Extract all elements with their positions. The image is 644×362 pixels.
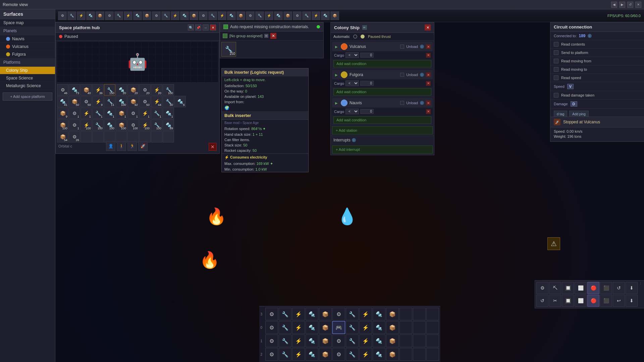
sidebar-item-fulgora[interactable]: Fulgora: [0, 51, 55, 58]
auto-request-checkbox[interactable]: [223, 24, 228, 29]
fulgora-remove-btn[interactable]: ✕: [426, 72, 431, 77]
rt-btn-2[interactable]: ⛏: [549, 282, 561, 294]
orbital-icon-3[interactable]: 🏃: [127, 141, 137, 151]
item-slot-17[interactable]: 📦92: [127, 96, 139, 107]
rt-btn-14[interactable]: ⬛: [600, 295, 612, 307]
rt-btn-7[interactable]: ↺: [613, 282, 625, 294]
hs-2-11[interactable]: [399, 348, 412, 361]
nauvis-play-btn[interactable]: ▶: [334, 101, 339, 105]
colony-ship-close-btn[interactable]: ✕: [425, 24, 431, 31]
hs-3-8[interactable]: ⚡: [359, 308, 372, 320]
rt-btn-9[interactable]: ↺: [536, 295, 548, 307]
topbar-slot-7[interactable]: 🔧: [114, 11, 123, 20]
item-slot-40[interactable]: 🔧100: [151, 119, 162, 131]
item-slot-11[interactable]: 🔩41: [57, 96, 68, 107]
hs-1-10[interactable]: 📦: [386, 335, 399, 347]
item-slot-13[interactable]: ⚙50: [80, 96, 92, 107]
add-station-btn[interactable]: + Add station: [332, 126, 433, 134]
hs-1-2[interactable]: 🔧: [279, 335, 291, 347]
topbar-slot-2[interactable]: 🔧: [67, 11, 76, 20]
topbar-slot-5[interactable]: 📦: [96, 11, 104, 20]
title-close-btn[interactable]: ✕: [635, 2, 641, 8]
item-slot-43[interactable]: ⚙26: [69, 131, 80, 142]
item-slot-16[interactable]: 🔩100: [116, 96, 127, 107]
item-slot-20[interactable]: 🔧30: [163, 96, 174, 107]
read-contents-checkbox[interactable]: [554, 42, 558, 47]
vulcanus-play-btn[interactable]: ▶: [334, 44, 339, 49]
item-slot-2[interactable]: 🔩73: [69, 84, 80, 96]
topbar-slot-30[interactable]: 📦: [330, 11, 339, 20]
item-slot-9[interactable]: ⚡20: [151, 84, 162, 96]
hs-0-8[interactable]: ⚡: [359, 321, 372, 334]
sidebar-item-colonyship[interactable]: Colony Ship: [0, 67, 55, 74]
item-slot-48[interactable]: [127, 131, 139, 142]
hs-0-4[interactable]: 🔩: [306, 321, 318, 334]
group-edit-icon[interactable]: ✏: [264, 34, 268, 38]
topbar-slot-6[interactable]: ⚙: [105, 11, 114, 20]
topbar-slot-3[interactable]: ⚡: [77, 11, 86, 20]
rt-btn-15[interactable]: ↩: [613, 295, 625, 307]
item-slot-29[interactable]: ⚡1: [139, 108, 151, 119]
topbar-slot-11[interactable]: ⚙: [152, 11, 161, 20]
hs-0-6[interactable]: 🎮: [332, 321, 345, 334]
item-slot-41[interactable]: 🔩89: [163, 119, 174, 131]
send-to-platform-checkbox[interactable]: [554, 50, 558, 55]
item-slot-1[interactable]: ⚙46: [57, 84, 68, 96]
item-slot-12[interactable]: 📦50: [69, 96, 80, 107]
hs-1-4[interactable]: 🔩: [306, 335, 318, 347]
item-slot-32[interactable]: 📦100: [57, 119, 68, 131]
hs-2-8[interactable]: ⚡: [359, 348, 372, 361]
item-slot-37[interactable]: 📦100: [116, 119, 127, 131]
sidebar-item-spacescience[interactable]: Space Science: [0, 74, 55, 82]
hs-0-12[interactable]: [413, 321, 426, 334]
read-moving-to-checkbox[interactable]: [554, 67, 558, 72]
hs-1-8[interactable]: ⚡: [359, 335, 372, 347]
item-slot-4[interactable]: ⚡36: [92, 84, 104, 96]
item-slot-15[interactable]: 🔧11: [104, 96, 115, 107]
hs-3-7[interactable]: 🔧: [346, 308, 359, 320]
item-slot-39[interactable]: ⚡100: [139, 119, 151, 131]
sidebar-item-spacemap[interactable]: Space map: [0, 19, 55, 27]
speed-signal-badge[interactable]: V: [567, 84, 574, 89]
topbar-slot-17[interactable]: 🔧: [208, 11, 217, 20]
sidebar-item-metallurgicscience[interactable]: Metallurgic Science: [0, 82, 55, 90]
hs-1-7[interactable]: 🔧: [346, 335, 359, 347]
topbar-slot-19[interactable]: 🔩: [227, 11, 236, 20]
nauvis-cargo-operator[interactable]: <: [345, 109, 359, 114]
hs-1-12[interactable]: [413, 335, 426, 347]
item-slot-34[interactable]: ⚡100: [80, 119, 92, 131]
fulgora-info-icon[interactable]: i: [420, 73, 424, 77]
platform-close-x-btn[interactable]: ✕: [209, 143, 217, 151]
rt-btn-16[interactable]: ⬇: [626, 295, 638, 307]
topbar-slot-28[interactable]: ⚡: [312, 11, 320, 20]
nauvis-unload-checkbox[interactable]: [400, 101, 404, 105]
vulcanus-cargo-remove[interactable]: ✕: [426, 53, 431, 58]
hs-2-12[interactable]: [413, 348, 426, 361]
hs-3-3[interactable]: ⚡: [292, 308, 305, 320]
add-wait-nauvis-btn[interactable]: Add wait condition: [333, 116, 431, 124]
item-slot-45[interactable]: [92, 131, 104, 142]
hs-0-2[interactable]: 🔧: [279, 321, 291, 334]
topbar-slot-25[interactable]: 📦: [283, 11, 292, 20]
hs-3-11[interactable]: [399, 308, 412, 320]
platform-move-btn[interactable]: ↔: [203, 24, 209, 31]
hs-0-13[interactable]: [426, 321, 439, 334]
topbar-slot-12[interactable]: 🔧: [161, 11, 170, 20]
fulgora-cargo-remove[interactable]: ✕: [426, 81, 431, 86]
hs-2-10[interactable]: 📦: [386, 348, 399, 361]
hs-2-7[interactable]: 🔧: [346, 348, 359, 361]
rt-btn-10[interactable]: ✂: [549, 295, 561, 307]
hs-1-6[interactable]: ⚙: [332, 335, 345, 347]
add-wait-fulgora-btn[interactable]: Add wait condition: [333, 88, 431, 96]
fulgora-cargo-operator[interactable]: <: [345, 80, 359, 86]
title-back-btn[interactable]: ◀: [611, 2, 617, 8]
hs-2-2[interactable]: 🔧: [279, 348, 291, 361]
hs-1-3[interactable]: ⚡: [292, 335, 305, 347]
vulcanus-remove-btn[interactable]: ✕: [426, 44, 431, 49]
hs-3-5[interactable]: 📦: [319, 308, 332, 320]
hs-3-2[interactable]: 🔧: [279, 308, 291, 320]
hs-0-7[interactable]: 🔧: [346, 321, 359, 334]
item-slot-3[interactable]: 📦40: [80, 84, 92, 96]
item-slot-47[interactable]: [116, 131, 127, 142]
topbar-slot-20[interactable]: 📦: [236, 11, 245, 20]
